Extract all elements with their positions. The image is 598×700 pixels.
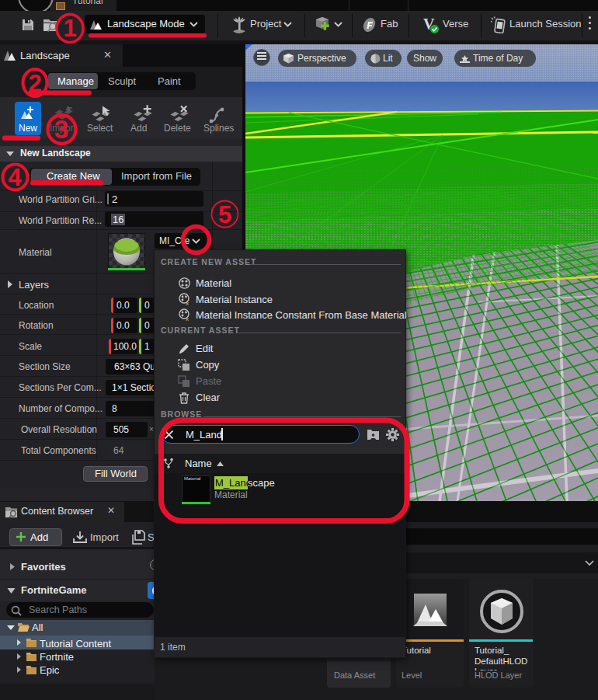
svg-text:4: 4 <box>8 164 22 191</box>
svg-text:3: 3 <box>54 115 68 144</box>
svg-text:1: 1 <box>63 15 76 42</box>
svg-text:5: 5 <box>218 201 231 228</box>
svg-text:2: 2 <box>28 70 41 97</box>
